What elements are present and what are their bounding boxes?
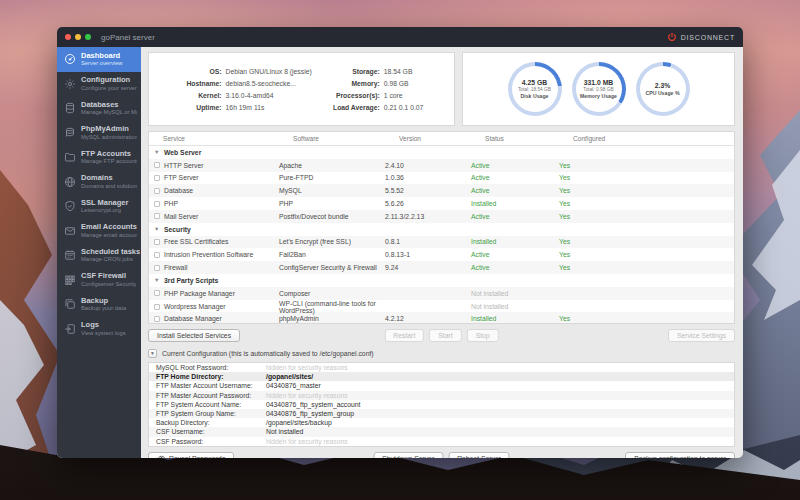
- close-window-button[interactable]: [65, 34, 71, 40]
- sidebar-item-scheduled-tasks[interactable]: Scheduled tasksManage CRON jobs: [57, 243, 141, 268]
- service-row-firewall[interactable]: FirewallConfigServer Security & Firewall…: [149, 261, 734, 274]
- config-label: FTP Master Account Password:: [156, 392, 266, 399]
- info-value: 0.21 0.1 0.07: [384, 104, 424, 111]
- minimize-window-button[interactable]: [75, 34, 81, 40]
- config-label: FTP System Account Name:: [156, 401, 266, 408]
- main-content: OS:Debian GNU/Linux 8 (jessie)Hostname:d…: [141, 47, 743, 458]
- sidebar-item-configuration[interactable]: ConfigurationConfigure your server: [57, 72, 141, 97]
- info-row-os: OS:Debian GNU/Linux 8 (jessie): [180, 68, 312, 75]
- row-checkbox[interactable]: [154, 175, 160, 181]
- row-checkbox[interactable]: [154, 213, 160, 219]
- current-configuration-header: ▾ Current Configuration (this is automat…: [148, 348, 735, 358]
- logs-icon: [63, 322, 76, 335]
- row-checkbox[interactable]: [154, 188, 160, 194]
- row-checkbox[interactable]: [154, 265, 160, 271]
- sidebar-item-ftp-accounts[interactable]: FTP AccountsManage FTP accounts: [57, 145, 141, 170]
- zoom-window-button[interactable]: [85, 34, 91, 40]
- info-value: debian8.5-seochecke...: [226, 80, 296, 87]
- config-label: MySQL Root Password:: [156, 364, 266, 371]
- config-row-ftp-master-account-username: FTP Master Account Username:04340876_mas…: [149, 381, 734, 390]
- disconnect-label: DISCONNECT: [681, 34, 735, 41]
- row-checkbox[interactable]: [154, 252, 160, 258]
- envelope-icon: [63, 224, 76, 237]
- config-row-csf-password: CSF Password:hidden for security reasons: [149, 437, 734, 446]
- configured-value: Yes: [559, 251, 734, 258]
- column-software: Software: [293, 135, 399, 142]
- sidebar-item-csf-firewall[interactable]: CSF FirewallConfigserver Security: [57, 268, 141, 293]
- sidebar-item-domains[interactable]: DomainsDomains and subdomains: [57, 170, 141, 195]
- row-checkbox[interactable]: [154, 201, 160, 207]
- service-row-wordpress-manager[interactable]: Wordpress ManagerWP-CLI (command-line to…: [149, 300, 734, 313]
- collapse-group-icon[interactable]: ▼: [154, 226, 160, 232]
- row-checkbox[interactable]: [154, 304, 160, 310]
- backup-configuration-button[interactable]: Backup configuration to server: [625, 452, 735, 458]
- status-value: Active: [471, 187, 559, 194]
- disconnect-button[interactable]: DISCONNECT: [667, 32, 735, 42]
- sidebar-item-logs[interactable]: LogsView system logs: [57, 317, 141, 342]
- version-value: 4.2.12: [385, 315, 471, 322]
- service-row-http-server[interactable]: HTTP ServerApache2.4.10ActiveYes: [149, 159, 734, 172]
- status-value: Installed: [471, 238, 559, 245]
- status-value: Active: [471, 251, 559, 258]
- service-row-php[interactable]: PHPPHP5.6.26InstalledYes: [149, 197, 734, 210]
- gauge-center: 2.3%CPU Usage %: [640, 66, 686, 112]
- collapse-group-icon[interactable]: ▼: [154, 277, 160, 283]
- service-name: Free SSL Certificates: [164, 238, 228, 245]
- gauge-label: Disk Usage: [521, 93, 549, 99]
- service-name: Mail Server: [164, 213, 198, 220]
- software-name: Fail2Ban: [279, 251, 385, 258]
- gauge-value: 331.0 MB: [584, 79, 613, 86]
- service-settings-button[interactable]: Service Settings: [668, 329, 735, 342]
- reveal-passwords-button[interactable]: Reveal Passwords: [148, 452, 234, 458]
- row-checkbox[interactable]: [154, 239, 160, 245]
- service-row-mail-server[interactable]: Mail ServerPostfix/Dovecot bundle2.11.3/…: [149, 210, 734, 223]
- config-value: /gopanel/sites/: [266, 373, 734, 380]
- config-value: 04340876_master: [266, 382, 734, 389]
- current-configuration-title: Current Configuration (this is automatic…: [162, 350, 374, 357]
- memory-usage-gauge: 331.0 MBTotal: 0.98 GBMemory Usage: [572, 62, 626, 116]
- row-checkbox[interactable]: [154, 162, 160, 168]
- sidebar-item-dashboard[interactable]: DashboardServer overview: [57, 47, 141, 72]
- info-value: Debian GNU/Linux 8 (jessie): [226, 68, 312, 75]
- service-row-free-ssl-certificates[interactable]: Free SSL CertificatesLet's Encrypt (free…: [149, 236, 734, 249]
- sidebar-item-phpmyadmin[interactable]: PhpMyAdminMySQL administration tool: [57, 121, 141, 146]
- sidebar-item-ssl-manager[interactable]: SSL ManagerLetsencrypt.org: [57, 194, 141, 219]
- shutdown-server-button[interactable]: Shutdown Server: [373, 452, 443, 458]
- info-label: OS:: [180, 68, 222, 75]
- service-row-intrusion-prevention-software[interactable]: Intrusion Prevention SoftwareFail2Ban0.8…: [149, 248, 734, 261]
- sidebar-item-backup[interactable]: BackupBackup your data: [57, 292, 141, 317]
- cpu-usage-gauge: 2.3%CPU Usage %: [636, 62, 690, 116]
- service-row-php-package-manager[interactable]: PHP Package ManagerComposerNot installed: [149, 287, 734, 300]
- status-value: Active: [471, 213, 559, 220]
- eye-icon: [157, 454, 166, 458]
- service-row-database[interactable]: DatabaseMySQL5.5.52ActiveYes: [149, 184, 734, 197]
- sidebar-item-databases[interactable]: DatabasesManage MySQL or MariaDB: [57, 96, 141, 121]
- sidebar-item-sublabel: Backup your data: [81, 305, 126, 312]
- database-admin-icon: [63, 126, 76, 139]
- info-row-storage: Storage:18.54 GB: [328, 68, 424, 75]
- sidebar-item-label: CSF Firewall: [81, 272, 136, 281]
- collapse-group-icon[interactable]: ▼: [154, 149, 160, 155]
- row-checkbox[interactable]: [154, 290, 160, 296]
- collapse-configuration-button[interactable]: ▾: [148, 349, 157, 358]
- service-row-database-manager[interactable]: Database ManagerphpMyAdmin4.2.12Installe…: [149, 312, 734, 324]
- configured-value: Yes: [559, 315, 734, 322]
- config-row-ftp-master-account-password: FTP Master Account Password:hidden for s…: [149, 391, 734, 400]
- reboot-server-button[interactable]: Reboot Server: [448, 452, 510, 458]
- server-info-left-column: OS:Debian GNU/Linux 8 (jessie)Hostname:d…: [180, 68, 312, 111]
- sidebar-item-email-accounts[interactable]: Email AccountsManage email accounts: [57, 219, 141, 244]
- stop-button[interactable]: Stop: [467, 329, 499, 342]
- service-row-ftp-server[interactable]: FTP ServerPure-FTPD1.0.36ActiveYes: [149, 172, 734, 185]
- row-checkbox[interactable]: [154, 316, 160, 322]
- config-row-mysql-root-password: MySQL Root Password:hidden for security …: [149, 363, 734, 372]
- status-value: Active: [471, 264, 559, 271]
- info-label: Load Average:: [328, 104, 380, 111]
- globe-icon: [63, 175, 76, 188]
- config-value: hidden for security reasons: [266, 392, 734, 399]
- restart-button[interactable]: Restart: [384, 329, 424, 342]
- install-selected-services-button[interactable]: Install Selected Services: [148, 329, 240, 342]
- start-button[interactable]: Start: [429, 329, 461, 342]
- software-name: Pure-FTPD: [279, 174, 385, 181]
- info-row-uptime: Uptime:16h 19m 11s: [180, 104, 312, 111]
- sidebar-item-sublabel: Configserver Security: [81, 281, 136, 288]
